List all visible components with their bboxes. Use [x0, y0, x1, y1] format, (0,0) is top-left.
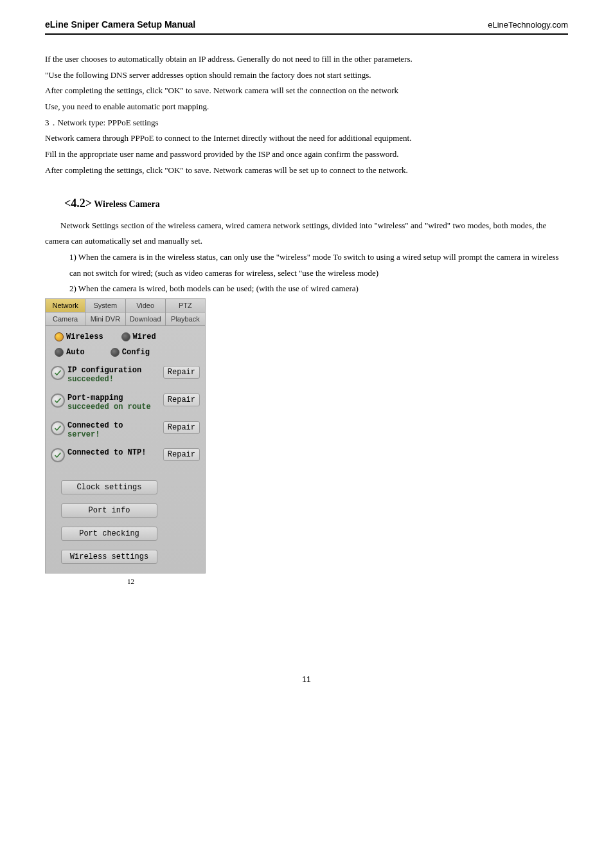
tab-video[interactable]: Video: [126, 299, 166, 312]
footer-page-number: 11: [45, 675, 568, 684]
status-line2: succeeded on route: [67, 402, 151, 411]
status-line1: Connected to: [67, 421, 123, 430]
status-line1: IP configuration: [67, 366, 141, 375]
section-body: Network Settings section of the wireless…: [45, 218, 568, 297]
status-text: Connected to server!: [67, 421, 161, 440]
tab-network[interactable]: Network: [46, 299, 85, 312]
header-divider: [45, 33, 568, 35]
radio-dot-icon: [121, 332, 130, 341]
inner-page-number: 12: [127, 577, 568, 585]
status-ntp: Connected to NTP! Repair: [51, 448, 200, 462]
tab-minidvr[interactable]: Mini DVR: [85, 312, 125, 325]
status-line1: Connected to NTP!: [67, 448, 146, 457]
tab-download[interactable]: Download: [126, 312, 166, 325]
status-ip-config: IP configuration succeeded! Repair: [51, 366, 200, 384]
status-line1: Port-mapping: [67, 393, 123, 402]
check-icon: [51, 366, 65, 380]
para: 1) When the camera is in the wireless st…: [45, 249, 568, 281]
repair-button[interactable]: Repair: [163, 366, 200, 379]
header-title: eLine Sniper Camera Setup Manual: [45, 19, 195, 30]
repair-button[interactable]: Repair: [163, 421, 200, 434]
status-text: IP configuration succeeded!: [67, 366, 161, 384]
radio-dot-icon: [111, 348, 120, 357]
radio-label: Wireless: [66, 332, 103, 341]
header-site: eLineTechnology.com: [488, 20, 568, 30]
para: After completing the settings, click "OK…: [45, 163, 568, 179]
radio-auto[interactable]: Auto: [55, 348, 85, 357]
para: Network camera through PPPoE to connect …: [45, 131, 568, 147]
check-icon: [51, 421, 65, 435]
radio-wired[interactable]: Wired: [121, 332, 156, 341]
settings-panel: Network System Video PTZ Camera Mini DVR…: [45, 298, 206, 574]
radio-row-connection: Wireless Wired: [51, 332, 200, 341]
para: 3．Network type: PPPoE settings: [45, 115, 568, 131]
radio-dot-icon: [55, 332, 64, 341]
status-line2: succeeded!: [67, 375, 114, 384]
section-number: <4.2>: [64, 197, 92, 210]
status-text: Connected to NTP!: [67, 448, 161, 457]
clock-settings-button[interactable]: Clock settings: [61, 480, 157, 494]
check-icon: [51, 448, 65, 462]
para: Use, you need to enable automatic port m…: [45, 99, 568, 115]
para: Network Settings section of the wireless…: [45, 218, 568, 249]
port-checking-button[interactable]: Port checking: [61, 527, 157, 541]
status-text: Port-mapping succeeded on route: [67, 393, 161, 412]
para: 2) When the camera is wired, both models…: [45, 281, 568, 297]
radio-label: Config: [122, 348, 150, 357]
tab-ptz[interactable]: PTZ: [166, 299, 205, 312]
body-text: If the user chooses to automatically obt…: [45, 51, 568, 179]
port-info-button[interactable]: Port info: [61, 503, 157, 518]
radio-row-mode: Auto Config: [51, 348, 200, 357]
status-line2: server!: [67, 430, 100, 439]
panel-body: Wireless Wired Auto Config IP config: [46, 326, 205, 573]
radio-dot-icon: [55, 348, 64, 357]
page-header: eLine Sniper Camera Setup Manual eLineTe…: [45, 19, 568, 30]
section-title: <4.2> Wireless Camera: [45, 197, 568, 210]
para: If the user chooses to automatically obt…: [45, 51, 568, 68]
status-server: Connected to server! Repair: [51, 421, 200, 440]
radio-label: Auto: [66, 348, 85, 357]
tab-playback[interactable]: Playback: [166, 312, 205, 325]
check-icon: [51, 393, 65, 408]
para: Fill in the appropriate user name and pa…: [45, 147, 568, 163]
tab-system[interactable]: System: [85, 299, 125, 312]
tab-camera[interactable]: Camera: [46, 312, 85, 325]
repair-button[interactable]: Repair: [163, 448, 200, 461]
section-label: Wireless Camera: [92, 199, 160, 209]
radio-label: Wired: [133, 332, 156, 341]
tab-row-top: Network System Video PTZ: [46, 299, 205, 312]
radio-wireless[interactable]: Wireless: [55, 332, 103, 341]
para: "Use the following DNS server addresses …: [45, 68, 568, 84]
status-port-mapping: Port-mapping succeeded on route Repair: [51, 393, 200, 412]
wireless-settings-button[interactable]: Wireless settings: [61, 550, 157, 564]
radio-config[interactable]: Config: [111, 348, 150, 357]
repair-button[interactable]: Repair: [163, 393, 200, 406]
para: After completing the settings, click "OK…: [45, 83, 568, 99]
tab-row-sub: Camera Mini DVR Download Playback: [46, 312, 205, 326]
